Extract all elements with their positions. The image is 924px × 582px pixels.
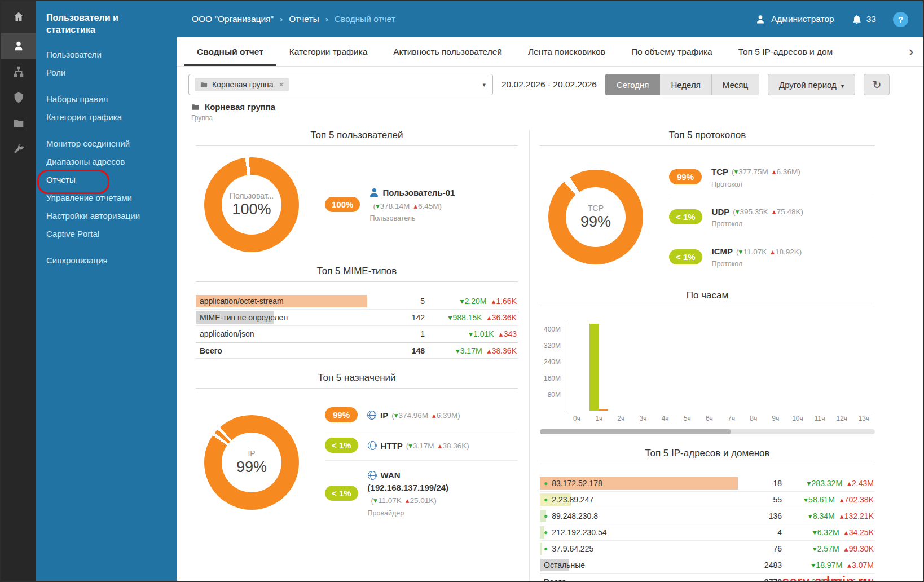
filter-bar: Корневая группа 20.02.2026 - 20.02.2026 … — [177, 67, 923, 100]
hours-chart-plot — [566, 321, 875, 411]
breadcrumb-item[interactable]: ООО "Организация" — [192, 14, 274, 24]
legend-name: Пользователь-01 — [382, 187, 455, 199]
section-title: Топ 5 IP-адресов и доменов — [540, 448, 875, 464]
wrench-icon[interactable] — [1, 136, 36, 162]
top-destinations-section: Топ 5 назначений IP 99% 99% — [196, 372, 518, 526]
x-axis-label: 12ч — [831, 411, 853, 422]
custom-period-button[interactable]: Другой период — [768, 74, 855, 95]
users-section-icon[interactable] — [1, 33, 36, 59]
report-tab[interactable]: Топ 5 IP-адресов и дом — [725, 37, 846, 66]
report-tab[interactable]: По объему трафика — [618, 37, 725, 66]
total-count: 2772 — [748, 574, 782, 581]
bar-slot — [787, 321, 809, 411]
legend-name: IP — [380, 409, 388, 422]
period-button[interactable]: Сегодня — [605, 74, 661, 95]
download-value: 8.34M — [808, 512, 835, 521]
help-icon: ? — [898, 15, 903, 24]
table-row: ●83.172.52.178 18 283.32M2.43M — [540, 475, 875, 492]
section-title: По часам — [540, 290, 875, 306]
upload-value: 2.43M — [847, 479, 874, 488]
sidebar-item[interactable]: Пользователи — [46, 50, 167, 59]
download-value: 11.07K — [373, 496, 402, 505]
report-tab[interactable]: Категории трафика — [276, 37, 381, 66]
notifications-button[interactable]: 33 — [851, 14, 876, 25]
breadcrumb-item[interactable]: Отчеты — [274, 14, 319, 24]
sidebar-item[interactable]: Настройки авторизации — [46, 211, 167, 221]
sidebar-item[interactable]: Синхронизация — [46, 255, 167, 265]
sidebar-item[interactable]: Роли — [46, 68, 167, 77]
x-axis-label: 10ч — [786, 411, 808, 422]
report-tab[interactable]: Активность пользователей — [380, 37, 515, 66]
shield-icon[interactable] — [1, 85, 36, 111]
download-value: 3.17M — [456, 346, 482, 355]
group-tag-label: Корневая группа — [212, 80, 273, 89]
upload-value: 36.36K — [487, 313, 517, 322]
sidebar-item[interactable]: Монитор соединений — [46, 139, 167, 148]
x-axis-label: 5ч — [676, 411, 698, 422]
sidebar-item[interactable]: Отчеты — [46, 175, 167, 184]
sidebar-title: Пользователи и статистика — [46, 12, 167, 36]
chart-bar — [589, 324, 599, 411]
row-name: application/octet-stream — [200, 297, 284, 306]
user-icon — [755, 14, 766, 25]
section-title: Топ 5 назначений — [196, 372, 518, 389]
help-button[interactable]: ? — [893, 12, 908, 27]
hours-chart-scrollbar[interactable] — [540, 429, 875, 434]
upload-value: 343 — [499, 329, 517, 338]
account-menu[interactable]: Администратор — [755, 14, 834, 25]
report-tab[interactable]: Сводный отчет — [184, 37, 276, 66]
download-value: 11.07K — [739, 248, 767, 256]
sidebar-item[interactable]: Наборы правил — [46, 94, 167, 104]
sidebar-item[interactable]: Категории трафика — [46, 112, 167, 122]
donut-center-value: 100% — [232, 201, 271, 218]
group-select[interactable]: Корневая группа — [188, 74, 493, 95]
group-name: Корневая группа — [205, 102, 275, 112]
right-column: Топ 5 протоколов TCP 99% 99% — [530, 130, 875, 581]
upload-value: 3.07M — [847, 561, 874, 570]
period-button[interactable]: Месяц — [712, 74, 759, 95]
legend-row: 99% TCP377.75M6.36MПротокол — [669, 157, 875, 197]
row-count: 76 — [748, 541, 782, 557]
report-tab[interactable]: Лента поисковиков — [515, 37, 618, 66]
folder-section-icon[interactable] — [1, 111, 36, 136]
sidebar-item[interactable]: Диапазоны адресов — [46, 157, 167, 166]
row-name: 212.192.230.54 — [552, 528, 606, 537]
legend-row: < 1% WAN(192.168.137.199/24)11.07K25.01K… — [325, 461, 518, 526]
table-row: ●89.248.230.8 136 8.34M132.21K — [540, 508, 875, 524]
bar-slot — [676, 321, 698, 411]
period-button-group: Сегодня Неделя Месяц — [605, 74, 759, 95]
bar-slot — [632, 321, 654, 411]
remove-tag-icon[interactable] — [279, 80, 283, 89]
date-range-label: 20.02.2026 - 20.02.2026 — [501, 80, 597, 90]
share-bar — [540, 543, 542, 555]
icon-rail — [1, 1, 36, 581]
status-dot: ● — [544, 512, 548, 520]
sidebar-item[interactable]: Captive Portal — [46, 229, 167, 239]
report-content: Топ 5 пользователей Пользоват... 100% — [177, 122, 923, 581]
percentage-badge: 100% — [325, 197, 360, 212]
download-value: 377.75M — [734, 167, 768, 176]
total-label: Всего — [200, 346, 222, 355]
x-axis-label: 13ч — [853, 411, 875, 422]
scrollbar-thumb[interactable] — [540, 429, 731, 434]
bar-slot — [610, 321, 632, 411]
breadcrumb-item[interactable]: Сводный отчет — [319, 14, 395, 24]
upload-value: 1.66K — [491, 297, 517, 306]
sitemap-icon[interactable] — [1, 59, 36, 85]
bar-slot — [831, 321, 853, 411]
globe-icon — [368, 441, 377, 450]
users-legend: 100% Пользователь-01378.14M6.45MПользова… — [325, 179, 518, 231]
top-header: ООО "Организация" Отчеты Сводный отчет А… — [177, 1, 923, 37]
upload-value: 34.25K — [844, 528, 874, 537]
row-count: 1 — [391, 326, 425, 342]
home-icon[interactable] — [1, 1, 36, 33]
period-button[interactable]: Неделя — [660, 74, 711, 95]
sidebar-item[interactable]: Управление отчетами — [46, 193, 167, 202]
refresh-button[interactable] — [864, 74, 890, 95]
legend-row: 99% IP374.96M6.39M — [325, 400, 518, 430]
tabs-scroll-right-icon[interactable] — [899, 37, 923, 65]
bar-slot — [566, 321, 588, 411]
report-tabs: Сводный отчет Категории трафика Активнос… — [177, 37, 923, 67]
download-value: 378.14M — [376, 202, 410, 210]
main-content: Сводный отчет Категории трафика Активнос… — [177, 37, 923, 581]
